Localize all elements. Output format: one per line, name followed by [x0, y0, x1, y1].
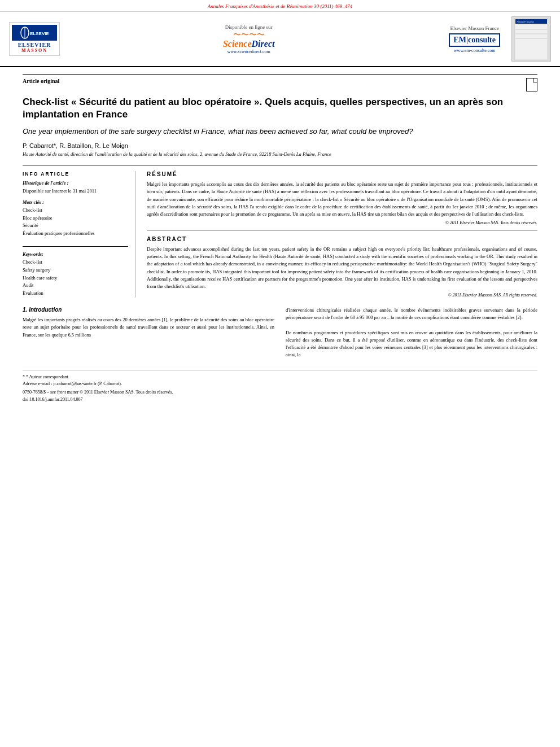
keywords-en: Check-listSafety surgeryHealth care safe… [23, 259, 128, 297]
historique-label: Historique de l'article : [23, 180, 128, 186]
info-resume-section: INFO ARTICLE Historique de l'article : D… [23, 165, 537, 298]
footer-issn: 0750-7658/$ – see front matter © 2011 El… [23, 390, 537, 395]
footnote-asterisk: * * Auteur correspondant. [23, 374, 537, 381]
keywords-fr: Check-listBloc opératoireSécuritéÉvaluat… [23, 207, 128, 237]
keywords-en-label: Keywords: [23, 251, 128, 257]
info-article-title: INFO ARTICLE [23, 171, 128, 177]
top-banner: ELSEVIER ELSEVIER MASSON Disponible en l… [0, 12, 560, 67]
sciencedirect-section: Disponible en ligne sur 〜〜〜〜 ScienceDire… [60, 24, 438, 54]
affiliation: Haute Autorité de santé, direction de l'… [23, 151, 537, 158]
abstract-title: ABSTRACT [147, 236, 537, 242]
elsevier-strip: ELSEVIER [12, 25, 57, 41]
elsevier-masson-logo: ELSEVIER ELSEVIER MASSON [9, 22, 60, 56]
divider-resume-abstract [147, 230, 537, 230]
em-url: www.em-consulte.com [449, 48, 500, 53]
resume-title: RÉSUMÉ [147, 171, 537, 177]
sciencedirect-url: www.sciencedirect.com [71, 49, 426, 54]
authors: P. Cabarrot*, R. Bataillon, R. Le Moign [23, 142, 537, 149]
intro-left-text: Malgré les importants progrès réalisés a… [23, 316, 274, 339]
abstract-copyright: © 2011 Elsevier Masson SAS. All rights r… [147, 292, 537, 298]
intro-section: 1. Introduction Malgré les importants pr… [23, 307, 537, 363]
elsevier-brand: ELSEVIER [18, 42, 51, 48]
sciencedirect-wave: 〜〜〜〜 [71, 31, 426, 39]
footnote-area: * * Auteur correspondant. Adresse e-mail… [23, 370, 537, 402]
article-title: Check-list « Sécurité du patient au bloc… [23, 96, 537, 121]
article-subtitle: One year implemention of the safe surger… [23, 126, 537, 137]
footer-doi: doi:10.1016/j.annfar.2011.04.007 [23, 397, 537, 402]
article-type-row: Article original [23, 74, 537, 91]
main-content: Article original Check-list « Sécurité d… [0, 67, 560, 409]
svg-text:Annales Françaises: Annales Françaises [517, 20, 534, 23]
intro-right: d'interventions chirurgicales réalisées … [286, 307, 537, 363]
document-icon [526, 78, 537, 91]
article-type: Article original [23, 78, 59, 86]
em-consulte-section: Elsevier Masson France EM|consulte www.e… [438, 25, 511, 53]
resume-abstract-col: RÉSUMÉ Malgré les importants progrès acc… [147, 171, 537, 298]
svg-text:ELSEVIER: ELSEVIER [30, 31, 49, 36]
svg-rect-6 [515, 25, 547, 59]
intro-left: 1. Introduction Malgré les importants pr… [23, 307, 274, 363]
em-consulte-logo: EM|consulte [449, 33, 500, 47]
disponible-text: Disponible en ligne sur [71, 24, 426, 30]
intro-right-text: d'interventions chirurgicales réalisées … [286, 307, 537, 359]
info-article-col: INFO ARTICLE Historique de l'article : D… [23, 171, 135, 298]
em-label: Elsevier Masson France [449, 25, 500, 31]
mots-cles-label: Mots clés : [23, 199, 128, 205]
resume-copyright: © 2011 Elsevier Masson SAS. Tous droits … [147, 220, 537, 225]
divider-keywords [23, 246, 128, 247]
journal-header: Annales Françaises d'Anesthésie et de Ré… [0, 0, 560, 12]
historique-value: Disponible sur Internet le 31 mai 2011 [23, 187, 128, 195]
sciencedirect-logo: ScienceDirect [71, 39, 426, 49]
resume-text: Malgré les importants progrès accomplis … [147, 181, 537, 218]
abstract-section: ABSTRACT Despite important advances acco… [147, 236, 537, 298]
journal-cover-thumbnail: Annales Françaises [511, 16, 551, 62]
footnote-email: Adresse e-mail : p.cabarrot@has-sante.fr… [23, 381, 537, 387]
masson-brand: MASSON [21, 48, 47, 53]
intro-title: 1. Introduction [23, 307, 274, 313]
abstract-text: Despite important advances accomplished … [147, 246, 537, 290]
